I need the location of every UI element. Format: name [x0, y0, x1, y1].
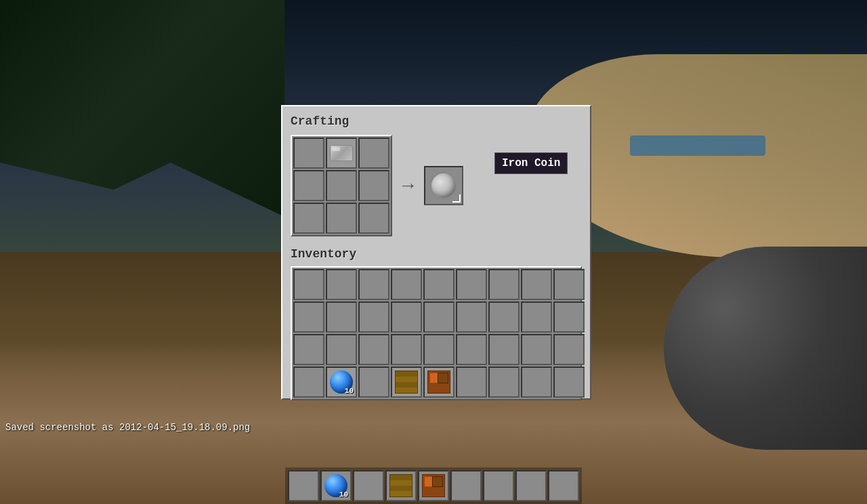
bottom-crafting-table — [422, 474, 445, 497]
inv-cell-1-5[interactable] — [456, 301, 487, 333]
bottom-hotbar-slot-6[interactable] — [483, 470, 514, 501]
hotbar-cell-3[interactable] — [391, 366, 422, 398]
inv-cell-0-6[interactable] — [488, 269, 520, 300]
inv-cell-1-1[interactable] — [326, 301, 357, 333]
inv-cell-1-0[interactable] — [293, 301, 324, 333]
bottom-blue-orb-count: 10 — [339, 490, 348, 499]
tooltip-text: Iron Coin — [502, 157, 560, 169]
crafting-cell-2-1[interactable] — [326, 203, 357, 234]
hotbar-cell-8[interactable] — [553, 366, 585, 398]
cursor-indicator — [452, 194, 461, 203]
bottom-hotbar-slot-7[interactable] — [515, 470, 547, 501]
crafting-cell-1-0[interactable] — [293, 170, 324, 201]
bottom-hotbar-slot-8[interactable] — [548, 470, 579, 501]
crafting-result-slot[interactable] — [424, 166, 463, 205]
crafting-grid — [291, 135, 392, 236]
blue-orb-count: 10 — [345, 387, 354, 395]
hotbar-cell-1[interactable]: 10 — [326, 366, 357, 398]
inv-cell-0-4[interactable] — [423, 269, 454, 300]
bottom-hotbar-slot-5[interactable] — [450, 470, 482, 501]
inv-cell-1-2[interactable] — [358, 301, 389, 333]
inv-cell-2-4[interactable] — [423, 334, 454, 365]
crafting-cell-2-2[interactable] — [358, 203, 389, 234]
inv-cell-1-8[interactable] — [553, 301, 585, 333]
crafting-title: Crafting — [291, 114, 582, 128]
hotbar-cell-6[interactable] — [488, 366, 520, 398]
inv-cell-0-1[interactable] — [326, 269, 357, 300]
inv-cell-1-4[interactable] — [423, 301, 454, 333]
crafting-cell-0-0[interactable] — [293, 138, 324, 169]
inv-cell-1-3[interactable] — [391, 301, 422, 333]
bottom-hotbar: 10 — [285, 467, 582, 504]
wood-planks-item — [395, 371, 418, 394]
status-text: Saved screenshot as 2012-04-15_19.18.09.… — [5, 422, 250, 433]
inv-cell-2-1[interactable] — [326, 334, 357, 365]
bottom-hotbar-slot-0[interactable] — [288, 470, 319, 501]
crafting-cell-0-1[interactable] — [326, 138, 357, 169]
item-tooltip: Iron Coin — [494, 152, 568, 174]
inv-cell-1-6[interactable] — [488, 301, 520, 333]
crafting-cell-1-1[interactable] — [326, 170, 357, 201]
inv-cell-0-5[interactable] — [456, 269, 487, 300]
inventory-main-grid: 10 — [291, 266, 582, 400]
hotbar-cell-5[interactable] — [456, 366, 487, 398]
inv-cell-2-6[interactable] — [488, 334, 520, 365]
hotbar-cell-7[interactable] — [521, 366, 552, 398]
inv-cell-0-8[interactable] — [553, 269, 585, 300]
inv-cell-2-5[interactable] — [456, 334, 487, 365]
bottom-hotbar-slot-4[interactable] — [418, 470, 449, 501]
bottom-wood-planks — [389, 474, 413, 497]
inv-cell-2-0[interactable] — [293, 334, 324, 365]
inv-cell-0-7[interactable] — [521, 269, 552, 300]
crafting-area: → — [291, 135, 582, 236]
hotbar-cell-4[interactable] — [423, 366, 454, 398]
inv-cell-0-2[interactable] — [358, 269, 389, 300]
crafting-cell-2-0[interactable] — [293, 203, 324, 234]
inventory-title: Inventory — [291, 247, 582, 261]
hotbar-cell-2[interactable] — [358, 366, 389, 398]
inv-cell-2-2[interactable] — [358, 334, 389, 365]
iron-ingot-item — [330, 145, 353, 161]
inv-cell-2-8[interactable] — [553, 334, 585, 365]
inv-cell-2-7[interactable] — [521, 334, 552, 365]
crafting-table-item — [427, 371, 450, 394]
inv-cell-0-3[interactable] — [391, 269, 422, 300]
water-background — [630, 135, 765, 156]
inv-cell-2-3[interactable] — [391, 334, 422, 365]
bottom-hotbar-slot-3[interactable] — [385, 470, 417, 501]
crafting-window: Crafting → Inventory — [281, 105, 591, 400]
crafting-cell-1-2[interactable] — [358, 170, 389, 201]
status-bar: Saved screenshot as 2012-04-15_19.18.09.… — [0, 419, 867, 436]
crafting-cell-0-2[interactable] — [358, 138, 389, 169]
inv-cell-0-0[interactable] — [293, 269, 324, 300]
inv-cell-1-7[interactable] — [521, 301, 552, 333]
bottom-hotbar-slot-1[interactable]: 10 — [320, 470, 352, 501]
hotbar-cell-0[interactable] — [293, 366, 324, 398]
bottom-hotbar-slot-2[interactable] — [353, 470, 384, 501]
crafting-arrow: → — [402, 175, 414, 196]
